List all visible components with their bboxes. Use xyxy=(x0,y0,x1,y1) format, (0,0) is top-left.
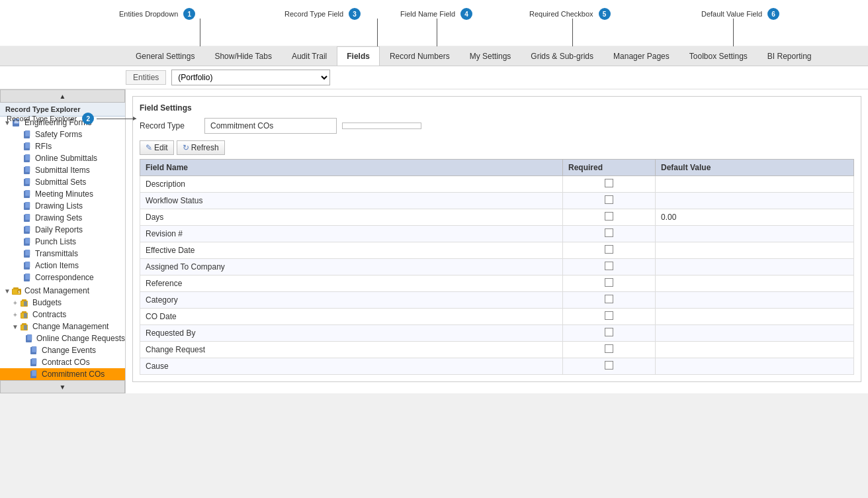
tree-item-online-sub[interactable]: Online Submittals xyxy=(0,152,125,164)
required-checkbox-cell[interactable] xyxy=(563,242,656,259)
field-name-cell: CO Date xyxy=(140,309,563,325)
tab-general-settings[interactable]: General Settings xyxy=(126,46,204,66)
tab-my-settings[interactable]: My Settings xyxy=(460,46,521,66)
field-name-cell: Category xyxy=(140,292,563,309)
col-required: Required xyxy=(563,160,656,176)
default-value-cell xyxy=(656,325,854,342)
tree-item-safety[interactable]: Safety Forms xyxy=(0,128,125,140)
tree-item-transmittals[interactable]: Transmittals xyxy=(0,248,125,260)
tab-fields[interactable]: Fields xyxy=(337,46,380,66)
checkbox-4[interactable] xyxy=(605,245,613,254)
tree-label-meeting: Meeting Minutes xyxy=(35,189,93,199)
entities-dropdown-annotation: Entities Dropdown 1 xyxy=(119,8,195,20)
field-name-cell: Reference xyxy=(140,275,563,292)
tree-item-correspondence[interactable]: Correspondence xyxy=(0,272,125,283)
tree-item-change-events[interactable]: Change Events xyxy=(0,344,125,356)
svg-rect-13 xyxy=(25,178,30,184)
tree-item-rfis[interactable]: RFIs xyxy=(0,140,125,152)
tab-bi-reporting[interactable]: BI Reporting xyxy=(758,46,822,66)
tree-item-meeting[interactable]: Meeting Minutes xyxy=(0,188,125,200)
tree-item-sub-items[interactable]: Submittal Items xyxy=(0,164,125,176)
svg-rect-19 xyxy=(25,214,30,220)
tree-label-contract-cos: Contract COs xyxy=(42,358,90,367)
required-checkbox-cell[interactable] xyxy=(563,342,656,358)
tree-item-contracts[interactable]: + Contracts xyxy=(0,309,125,321)
required-checkbox-annotation: Required Checkbox 5 xyxy=(529,8,611,20)
tab-toolbox-settings[interactable]: Toolbox Settings xyxy=(679,46,758,66)
svg-rect-9 xyxy=(25,154,30,160)
tab-manager-pages[interactable]: Manager Pages xyxy=(603,46,679,66)
tab-audit-trail[interactable]: Audit Trail xyxy=(282,46,337,66)
table-row: Change Request xyxy=(140,342,854,358)
default-value-cell xyxy=(656,309,854,325)
page-wrapper: Entities Dropdown 1 Record Type Field 3 … xyxy=(0,0,868,498)
required-checkbox-cell[interactable] xyxy=(563,292,656,309)
tree-label-drawing-lists: Drawing Lists xyxy=(35,201,83,211)
checkbox-6[interactable] xyxy=(605,278,613,287)
drawing-lists-icon xyxy=(22,201,33,211)
tree-label-correspondence: Correspondence xyxy=(35,273,94,282)
fields-table: Field Name Required Default Value Descri… xyxy=(140,159,854,375)
sidebar: ▲ Record Type Explorer ▼ xyxy=(0,89,126,393)
checkbox-5[interactable] xyxy=(605,262,613,270)
tree-container[interactable]: ▼ Engineering Forms xyxy=(0,117,125,380)
tab-showhide-tabs[interactable]: Show/Hide Tabs xyxy=(204,46,282,66)
checkbox-11[interactable] xyxy=(605,361,613,370)
refresh-button[interactable]: ↻ Refresh xyxy=(177,140,225,155)
tree-item-online-cr[interactable]: Online Change Requests xyxy=(0,332,125,344)
checkbox-3[interactable] xyxy=(605,228,613,237)
required-checkbox-cell[interactable] xyxy=(563,209,656,226)
tree-item-budgets[interactable]: + Budgets xyxy=(0,297,125,309)
entities-dropdown[interactable]: (Portfolio) xyxy=(171,70,330,85)
tree-item-action[interactable]: Action Items xyxy=(0,260,125,272)
table-row: Description xyxy=(140,176,854,193)
svg-rect-15 xyxy=(25,190,30,196)
default-value-cell xyxy=(656,292,854,309)
checkbox-1[interactable] xyxy=(605,195,613,204)
tree-label-safety: Safety Forms xyxy=(35,130,82,139)
edit-button[interactable]: ✎ Edit xyxy=(140,140,174,155)
default-value-cell xyxy=(656,226,854,242)
tree-label-commitment-cos: Commitment COs xyxy=(42,370,105,379)
required-checkbox-cell[interactable] xyxy=(563,259,656,275)
checkbox-8[interactable] xyxy=(605,311,613,320)
required-checkbox-cell[interactable] xyxy=(563,325,656,342)
tree-item-punch[interactable]: Punch Lists xyxy=(0,236,125,248)
tab-grids[interactable]: Grids & Sub-grids xyxy=(521,46,603,66)
table-row: Cause xyxy=(140,358,854,375)
entities-select[interactable]: (Portfolio) xyxy=(172,70,329,85)
required-checkbox-cell[interactable] xyxy=(563,275,656,292)
tree-item-change-mgmt[interactable]: ▼ Change Management xyxy=(0,321,125,332)
tree-item-daily[interactable]: Daily Reports xyxy=(0,224,125,236)
checkbox-0[interactable] xyxy=(605,179,613,187)
tree-item-drawing-lists[interactable]: Drawing Lists xyxy=(0,200,125,212)
required-checkbox-cell[interactable] xyxy=(563,226,656,242)
required-checkbox-cell[interactable] xyxy=(563,309,656,325)
required-checkbox-cell[interactable] xyxy=(563,358,656,375)
svg-text:$: $ xyxy=(19,290,21,294)
tab-record-numbers[interactable]: Record Numbers xyxy=(380,46,460,66)
table-row: Revision # xyxy=(140,226,854,242)
svg-rect-27 xyxy=(25,262,30,268)
col-default-value: Default Value xyxy=(656,160,854,176)
checkbox-9[interactable] xyxy=(605,328,613,336)
tree-label-cost-mgmt: Cost Management xyxy=(24,286,89,295)
required-checkbox-cell[interactable] xyxy=(563,193,656,209)
tree-item-cost-mgmt[interactable]: ▼ $ Cost Management xyxy=(0,285,125,297)
tree-label-rfis: RFIs xyxy=(35,142,52,151)
checkbox-10[interactable] xyxy=(605,344,613,353)
tree-item-commitment-cos[interactable]: Commitment COs xyxy=(0,368,125,380)
table-row: Days 0.00 xyxy=(140,209,854,226)
required-checkbox-cell[interactable] xyxy=(563,176,656,193)
expand-cost[interactable]: ▼ xyxy=(3,287,12,295)
table-row: Reference xyxy=(140,275,854,292)
scroll-up-btn[interactable]: ▲ xyxy=(0,89,125,103)
sub-items-icon xyxy=(22,166,33,175)
tree-item-sub-sets[interactable]: Submittal Sets xyxy=(0,176,125,188)
tree-item-drawing-sets[interactable]: Drawing Sets xyxy=(0,212,125,224)
checkbox-7[interactable] xyxy=(605,295,613,303)
default-value-cell xyxy=(656,358,854,375)
scroll-down-btn[interactable]: ▼ xyxy=(0,380,125,393)
checkbox-2[interactable] xyxy=(605,212,613,221)
tree-item-contract-cos[interactable]: Contract COs xyxy=(0,356,125,368)
